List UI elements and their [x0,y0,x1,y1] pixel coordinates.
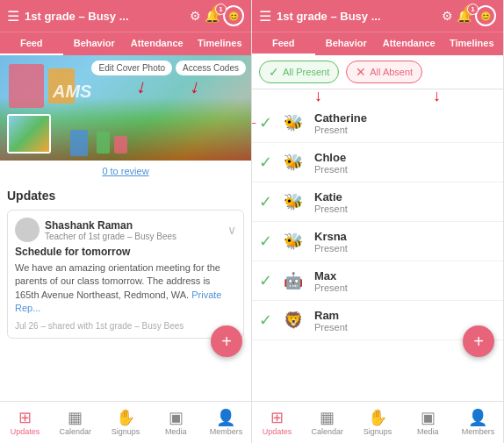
arrows-wrap: ↓ ↓ [252,87,503,105]
tab-timelines[interactable]: Timelines [189,32,252,55]
media-icon: ▣ [169,410,184,425]
right-notifications-wrap[interactable]: 🔔 5 1 [457,9,472,23]
left-bottom-nav: ⊞ Updates ▦ Calendar ✋ Signups ▣ Media 👤… [0,401,251,443]
access-codes-button[interactable]: Access Codes [176,61,246,75]
calendar-icon: ▦ [68,410,83,425]
right-bottom-nav: ⊞ Updates ▦ Calendar ✋ Signups ▣ Media 👤… [252,401,503,443]
alert-badge: 1 [215,4,227,15]
class-thumbnail[interactable] [7,114,51,154]
student-info: Katie Present [314,190,496,214]
student-status: Present [314,282,496,293]
bottom-nav-media[interactable]: ▣ Media [151,405,201,439]
student-name: Max [314,269,496,282]
header-icons: ⚙ 🔔 5 1 😊 [190,5,244,26]
update-meta: Shashank Raman Teacher of 1st grade – Bu… [45,219,222,241]
right-tab-feed[interactable]: Feed [252,32,315,55]
left-panel: ☰ 1st grade – Busy ... ⚙ 🔔 5 1 😊 Feed Be… [0,0,252,443]
student-status: Present [314,125,496,135]
left-header: ☰ 1st grade – Busy ... ⚙ 🔔 5 1 😊 [0,0,251,32]
right-settings-icon[interactable]: ⚙ [442,9,453,23]
right-tab-attendance[interactable]: Attendance [378,32,441,55]
right-bottom-nav-signups[interactable]: ✋ Signups [352,405,402,439]
tab-behavior[interactable]: Behavior [63,32,126,55]
updates-section: Updates Shashank Raman Teacher of 1st gr… [0,182,251,346]
check-icon: ✓ [259,113,272,132]
catherine-arrow: ← [252,115,259,131]
update-body: We have an amazing orientation meeting f… [15,261,236,316]
bottom-nav-members[interactable]: 👤 Members [201,405,251,439]
right-signups-icon: ✋ [368,410,387,425]
attendance-tabs: ✓ All Present ✕ All Absent [252,55,503,89]
updates-title: Updates [7,189,244,203]
absent-arrow: ↓ [433,87,441,105]
all-present-tab[interactable]: ✓ All Present [259,61,339,83]
all-absent-tab[interactable]: ✕ All Absent [346,61,422,83]
right-add-fab-button[interactable]: + [463,325,494,357]
update-role: Teacher of 1st grade – Busy Bees [45,232,222,241]
bottom-nav-calendar[interactable]: ▦ Calendar [50,405,100,439]
update-author: Shashank Raman [45,219,222,232]
edit-cover-button[interactable]: Edit Cover Photo [91,61,172,75]
tab-feed[interactable]: Feed [0,32,63,55]
right-members-icon: 👤 [468,410,487,425]
table-row[interactable]: ✓ 🤖 Max Present [252,261,503,301]
right-bottom-nav-updates[interactable]: ⊞ Updates [252,405,302,439]
check-icon: ✓ [259,271,272,290]
menu-icon[interactable]: ☰ [7,8,19,25]
review-link[interactable]: 0 to review [0,161,251,182]
right-media-icon: ▣ [421,410,436,425]
chevron-down-icon[interactable]: ∨ [227,223,236,237]
table-row[interactable]: ✓ 🐝 Katie Present [252,182,503,222]
right-nav-tabs: Feed Behavior Attendance Timelines [252,32,503,55]
table-row[interactable]: ✓ 🐝 Krsna Present [252,222,503,261]
x-icon: ✕ [356,65,366,79]
right-bottom-nav-calendar[interactable]: ▦ Calendar [302,405,352,439]
student-avatar: 🐝 [279,109,307,137]
student-list: ← ✓ 🐝 Catherine Present ✓ 🐝 Chloe Presen… [252,104,503,401]
right-header: ☰ 1st grade – Busy ... ⚙ 🔔 5 1 😊 [252,0,503,32]
table-row[interactable]: ← ✓ 🐝 Catherine Present [252,104,503,143]
cover-area: AMS Edit Cover Photo Access Codes ↓ ↓ [0,55,251,161]
student-avatar: 🐝 [279,188,307,216]
right-tab-behavior[interactable]: Behavior [315,32,378,55]
members-icon: 👤 [216,410,235,425]
student-avatar: 🐝 [279,227,307,255]
right-bottom-nav-media[interactable]: ▣ Media [403,405,453,439]
student-info: Chloe Present [314,151,496,175]
right-tab-timelines[interactable]: Timelines [441,32,504,55]
check-icon: ✓ [259,311,272,330]
student-status: Present [314,164,496,175]
student-name: Krsna [314,230,496,243]
student-info: Max Present [314,269,496,293]
check-icon: ✓ [269,65,279,79]
check-icon: ✓ [259,192,272,211]
avatar-icon: 😊 [228,11,239,21]
left-content: AMS Edit Cover Photo Access Codes ↓ ↓ [0,55,251,401]
tab-attendance[interactable]: Attendance [126,32,189,55]
right-menu-icon[interactable]: ☰ [259,8,271,25]
edit-arrow: ↓ [135,76,149,97]
bottom-nav-updates[interactable]: ⊞ Updates [0,405,50,439]
right-alert-badge: 1 [467,4,479,15]
notifications-wrap[interactable]: 🔔 5 1 [205,9,220,23]
right-calendar-icon: ▦ [320,410,335,425]
student-avatar: 🐝 [279,148,307,176]
left-nav-tabs: Feed Behavior Attendance Timelines [0,32,251,55]
table-row[interactable]: ✓ 🐝 Chloe Present [252,143,503,182]
update-card: Shashank Raman Teacher of 1st grade – Bu… [7,210,244,339]
right-app-title: 1st grade – Busy ... [277,10,436,23]
attendance-header-wrap: ✓ All Present ✕ All Absent ↓ ↓ [252,55,503,89]
student-name: Katie [314,190,496,204]
add-fab-button[interactable]: + [211,325,242,357]
update-header: Shashank Raman Teacher of 1st grade – Bu… [15,218,236,242]
present-arrow: ↓ [314,87,322,105]
right-header-icons: ⚙ 🔔 5 1 😊 [442,5,496,26]
student-status: Present [314,204,496,214]
right-panel: ☰ 1st grade – Busy ... ⚙ 🔔 5 1 😊 Feed Be… [252,0,504,443]
check-icon: ✓ [259,153,272,172]
student-name: Chloe [314,151,496,164]
bottom-nav-signups[interactable]: ✋ Signups [100,405,150,439]
right-bottom-nav-members[interactable]: 👤 Members [453,405,503,439]
update-subject: Schedule for tomorrow [15,246,236,258]
settings-icon[interactable]: ⚙ [190,9,201,23]
